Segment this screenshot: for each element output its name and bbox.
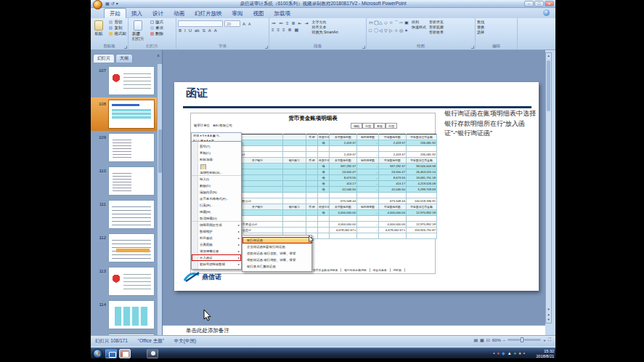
shape-icon[interactable]: ◁: [378, 28, 383, 36]
normal-view-icon[interactable]: ▤: [473, 337, 478, 342]
submenu-item[interactable]: 银行询证函: [242, 237, 311, 244]
restore-button[interactable]: □: [534, 1, 544, 7]
slide-thumbnail[interactable]: 111: [91, 198, 158, 231]
zoom-slider-handle[interactable]: [521, 337, 523, 342]
select-button[interactable]: 选择: [477, 30, 515, 35]
fit-to-window-icon[interactable]: ⛶: [548, 337, 551, 342]
zoom-in-icon[interactable]: +: [543, 338, 546, 342]
submenu-item[interactable]: 借款询证函-银行借款、转账、保管: [242, 257, 311, 263]
shape-icon[interactable]: ✶: [404, 28, 409, 36]
alignment-icon[interactable]: ≡: [282, 27, 286, 33]
arrange-button[interactable]: 排列: [412, 20, 426, 25]
font-style-icon[interactable]: I: [184, 28, 187, 33]
shape-icon[interactable]: ⌒: [394, 20, 399, 28]
slideshow-icon[interactable]: ⊡: [486, 337, 490, 342]
context-menu-item[interactable]: 剪切(T): [192, 143, 241, 150]
tray-icon[interactable]: ●: [518, 350, 521, 358]
font-size-combo[interactable]: 20: [224, 20, 240, 27]
sheet-tab[interactable]: 银行存款余额明细: [344, 268, 370, 272]
paragraph-icon[interactable]: ≔: [271, 20, 277, 26]
context-menu-item[interactable]: 初始化明细表数据 ▸: [192, 261, 241, 268]
context-menu-item[interactable]: 选择性粘贴(S)...: [192, 169, 241, 176]
pane-tab-outline[interactable]: 大纲: [115, 54, 133, 63]
alignment-icon[interactable]: ≡: [277, 27, 281, 33]
font-style-icon[interactable]: A: [208, 28, 212, 33]
shape-icon[interactable]: ▭: [368, 20, 373, 28]
tab-animations[interactable]: 动画: [168, 9, 189, 18]
tray-icon[interactable]: ●: [497, 350, 500, 358]
zoom-out-icon[interactable]: −: [503, 338, 506, 342]
context-menu-item[interactable]: 删除(D): [192, 182, 241, 189]
help-icon[interactable]: ?: [543, 9, 550, 16]
tab-slideshow[interactable]: 幻灯片放映: [189, 9, 227, 18]
font-style-icon[interactable]: ab: [194, 28, 200, 33]
scroll-up-icon[interactable]: ▲: [546, 53, 551, 58]
paragraph-icon[interactable]: ≕: [278, 20, 284, 26]
alignment-icon[interactable]: ≣: [288, 27, 293, 33]
submenu-item[interactable]: 企业询证函和新银行询证函: [242, 244, 311, 250]
alignment-icon[interactable]: ≡: [271, 27, 275, 33]
context-menu-item[interactable]: 放入函证 ▸: [192, 254, 241, 261]
font-name-combo[interactable]: [178, 20, 223, 27]
slide-thumbnail[interactable]: 112: [91, 231, 158, 265]
minimize-button[interactable]: –: [524, 1, 534, 7]
sheet-tab[interactable]: 货币资金账项明细表: [313, 268, 341, 272]
pane-tab-slides[interactable]: 幻灯片: [93, 54, 115, 63]
text-direction-button[interactable]: 文字方向: [312, 20, 338, 25]
context-menu-item[interactable]: 隐藏(H): [192, 209, 241, 215]
shape-fill-button[interactable]: 形状填充: [429, 20, 444, 25]
context-menu-item[interactable]: 追加调整分录 ▸: [192, 248, 241, 254]
shape-icon[interactable]: ▣: [404, 20, 409, 28]
dialog-launcher-icon[interactable]: [362, 46, 365, 49]
sheet-tab[interactable]: 现金监盘表: [373, 268, 391, 272]
font-style-icon[interactable]: A: [213, 28, 218, 33]
format-painter-button[interactable]: 格式刷: [109, 31, 126, 36]
context-menu-item[interactable]: 插入(I): [192, 176, 241, 182]
shape-icon[interactable]: □: [368, 28, 373, 36]
align-text-button[interactable]: 对齐文本: [312, 25, 338, 30]
tab-view[interactable]: 视图: [248, 9, 269, 18]
context-menu-item[interactable]: 分离底稿 ▸: [192, 241, 241, 248]
scrollbar-thumb[interactable]: [547, 60, 550, 111]
tray-icon[interactable]: ●: [514, 350, 517, 358]
cut-button[interactable]: 剪切: [109, 20, 126, 25]
tab-review[interactable]: 审阅: [227, 9, 248, 18]
shape-effects-button[interactable]: 形状效果: [429, 30, 444, 35]
submenu-item[interactable]: 存款询证函-银行存款、转账、保管: [242, 250, 311, 257]
scroll-down-icon[interactable]: ▼: [546, 307, 551, 312]
alignment-icon[interactable]: ▦: [294, 27, 300, 33]
font-style-icon[interactable]: B: [178, 28, 182, 33]
close-button[interactable]: ×: [545, 1, 554, 7]
taskbar-app-powerpoint[interactable]: [119, 349, 131, 358]
context-menu-item[interactable]: 复制(C): [192, 150, 241, 156]
shape-icon[interactable]: ▽: [383, 28, 388, 36]
slide-thumbnail[interactable]: 108: [91, 97, 158, 131]
reset-button[interactable]: 重设: [150, 25, 163, 31]
slide-thumbnail[interactable]: 110: [91, 164, 158, 198]
grow-font-icon[interactable]: A: [242, 21, 246, 27]
find-button[interactable]: 查找: [477, 20, 515, 25]
quick-styles-button[interactable]: 快速样式: [412, 25, 426, 30]
replace-button[interactable]: 替换: [477, 25, 515, 30]
tray-icon[interactable]: ▪: [493, 350, 494, 358]
sheet-tab[interactable]: 序时账: [394, 268, 405, 272]
paste-button[interactable]: 粘贴: [92, 20, 105, 37]
context-menu-item[interactable]: 取消隐藏(U): [192, 215, 241, 222]
new-slide-button[interactable]: 新建 幻灯片: [130, 20, 147, 42]
font-style-icon[interactable]: U: [188, 28, 192, 33]
context-menu-item[interactable]: [192, 163, 241, 169]
context-menu-item[interactable]: 数据维护 ▸: [192, 228, 241, 235]
zoom-slider[interactable]: [508, 339, 541, 341]
context-menu-item[interactable]: 行高(R)...: [192, 202, 241, 209]
context-menu-item[interactable]: 科目测试 ▸: [192, 235, 241, 241]
dialog-launcher-icon[interactable]: [471, 46, 474, 49]
delete-slide-button[interactable]: 删除: [150, 31, 163, 36]
tray-icon[interactable]: ▪: [523, 350, 525, 358]
slide-thumbnail[interactable]: 114: [91, 298, 158, 331]
zoom-level[interactable]: 60%: [492, 338, 501, 342]
font-style-icon[interactable]: S: [202, 28, 206, 33]
start-button[interactable]: [93, 349, 102, 358]
taskbar-clock[interactable]: 15:32 2018/8/21: [537, 349, 554, 358]
submenu-item[interactable]: 银行承兑汇票询证函: [242, 263, 311, 270]
vertical-scrollbar[interactable]: ▲ ▼ ▲ ▼: [545, 52, 552, 323]
